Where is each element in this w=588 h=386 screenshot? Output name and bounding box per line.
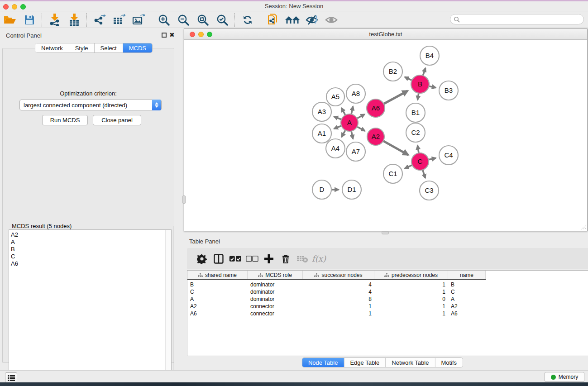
table-cell: dominator (248, 289, 303, 295)
column-header-MCDS-role[interactable]: MCDS role (248, 271, 303, 279)
memory-button[interactable]: Memory (545, 372, 584, 382)
delete-table-icon[interactable] (294, 251, 311, 267)
mcds-result-group: MCDS result (5 nodes) A2ABCA6 (7, 226, 173, 380)
table-row[interactable]: Cdominator41C (187, 288, 588, 295)
table-row[interactable]: Bdominator41B (187, 281, 588, 288)
table-row[interactable]: A6connector11A6 (187, 310, 588, 317)
table-cell: C (187, 289, 248, 295)
mcds-tab-content: Optimization criterion: largest connecte… (2, 48, 174, 363)
tab-network-table[interactable]: Network Table (386, 358, 435, 367)
function-builder-icon: f(x) (311, 251, 327, 267)
node-label-C2: C2 (411, 129, 420, 136)
table-row[interactable]: A2connector11A2 (187, 303, 588, 310)
float-panel-icon[interactable] (162, 33, 167, 38)
export-table-icon[interactable] (109, 12, 129, 28)
column-header-successor-nodes[interactable]: successor nodes (303, 271, 374, 279)
table-row[interactable]: Adominator80A (187, 295, 588, 303)
export-network-icon[interactable] (90, 12, 109, 28)
table-cell: B (448, 281, 486, 288)
add-column-icon[interactable] (260, 251, 277, 267)
clone-network-icon[interactable] (263, 12, 282, 28)
mcds-result-item[interactable]: A (11, 238, 171, 246)
zoom-in-icon[interactable] (154, 12, 173, 28)
edge-A-A2[interactable] (356, 126, 365, 131)
close-panel-icon[interactable]: ✖ (169, 31, 175, 38)
tab-edge-table[interactable]: Edge Table (344, 358, 386, 367)
edge-C-C3[interactable] (422, 169, 425, 178)
export-image-icon[interactable] (129, 12, 148, 28)
select-all-icon[interactable] (227, 251, 244, 267)
search-input[interactable] (450, 14, 584, 24)
column-header-predecessor-nodes[interactable]: predecessor nodes (374, 271, 448, 279)
delete-column-icon[interactable] (277, 251, 294, 267)
table-cell: dominator (248, 296, 303, 302)
mcds-result-item[interactable]: B (11, 246, 171, 253)
network-graph-canvas[interactable]: B4B2BB3A5A8A6B1A3AC2A1A2A4A7C4CC1C3DD1 (185, 40, 588, 231)
table-cell: A (187, 296, 248, 302)
column-header-shared-name[interactable]: shared name (187, 271, 248, 279)
node-label-A7: A7 (352, 148, 360, 155)
node-label-A3: A3 (318, 108, 326, 115)
gear-icon[interactable] (193, 251, 210, 267)
import-network-icon[interactable] (45, 12, 64, 28)
zoom-fit-icon[interactable] (193, 12, 212, 28)
result-list-scrollbar[interactable] (165, 230, 171, 377)
mcds-result-item[interactable]: C (11, 253, 171, 260)
tab-select[interactable]: Select (95, 43, 123, 52)
task-history-button[interactable] (5, 372, 17, 383)
table-cell: A6 (448, 310, 486, 317)
zoom-out-icon[interactable] (173, 12, 193, 28)
node-label-B: B (418, 80, 422, 88)
toolbar-separator (260, 13, 260, 27)
first-neighbors-icon[interactable] (282, 12, 302, 28)
tab-motifs[interactable]: Motifs (435, 358, 463, 367)
table-cell: 1 (374, 289, 448, 295)
table-body: Bdominator41BCdominator41CAdominator80AA… (187, 281, 588, 317)
table-cell: A (448, 296, 486, 302)
network-window-titlebar[interactable]: testGlobe.txt (184, 29, 587, 40)
mcds-result-item[interactable]: A2 (11, 231, 171, 238)
close-panel-button[interactable]: Close panel (93, 115, 141, 125)
table-cell: 1 (303, 303, 374, 310)
tab-node-table[interactable]: Node Table (302, 358, 344, 367)
mcds-result-item[interactable]: A6 (11, 260, 171, 267)
horizontal-splitter-grip[interactable] (382, 231, 389, 234)
mcds-result-list[interactable]: A2ABCA6 (9, 229, 172, 378)
node-label-B3: B3 (445, 86, 453, 94)
edge-A6-B[interactable] (383, 91, 408, 105)
table-cell: 1 (374, 310, 448, 317)
memory-status-icon (551, 375, 556, 380)
deselect-all-icon[interactable] (244, 251, 260, 267)
run-mcds-button[interactable]: Run MCDS (42, 115, 88, 125)
column-header-name[interactable]: name (448, 271, 486, 279)
edge-A-A6[interactable] (356, 114, 365, 119)
refresh-icon[interactable] (238, 12, 257, 28)
vertical-splitter-grip[interactable] (182, 195, 186, 204)
show-all-icon[interactable] (321, 12, 341, 28)
network-view-window: testGlobe.txt B4B2BB3A5A8A6B1A3AC2A1A2A4… (184, 29, 588, 231)
node-table[interactable]: shared nameMCDS rolesuccessor nodesprede… (187, 270, 588, 356)
optimization-criterion-select[interactable]: largest connected component (directed) (19, 100, 162, 110)
control-panel-header: Control Panel ✖ (0, 28, 177, 42)
zoom-selected-icon[interactable] (212, 12, 232, 28)
node-label-D: D (320, 186, 325, 193)
hide-selected-icon[interactable] (302, 12, 321, 28)
control-panel: Control Panel ✖ NetworkStyleSelectMCDS O… (0, 28, 177, 367)
save-session-icon[interactable] (19, 12, 39, 28)
open-file-icon[interactable] (0, 12, 19, 28)
table-cell: B (187, 281, 248, 288)
tab-network[interactable]: Network (35, 43, 69, 52)
node-label-C3: C3 (425, 186, 433, 194)
edge-A2-C[interactable] (382, 140, 408, 155)
table-cell: connector (248, 303, 303, 310)
tab-mcds[interactable]: MCDS (123, 43, 152, 52)
table-cell: 8 (303, 296, 374, 302)
tab-style[interactable]: Style (69, 43, 95, 52)
app-titlebar: Session: New Session (0, 1, 588, 11)
window-resize-grip[interactable] (580, 224, 586, 230)
import-table-icon[interactable] (64, 12, 84, 28)
control-panel-tabs: NetworkStyleSelectMCDS (35, 43, 153, 53)
column-split-icon[interactable] (210, 251, 227, 267)
node-label-B1: B1 (411, 109, 420, 116)
table-header-row: shared nameMCDS rolesuccessor nodesprede… (187, 271, 486, 280)
